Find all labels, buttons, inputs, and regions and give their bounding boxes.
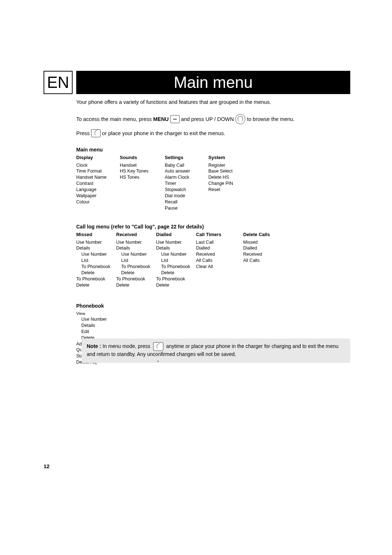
item: Delete [156,282,196,288]
item: To Phonebook [156,276,196,282]
updown-key-icon [235,114,245,124]
item: Clock [76,162,120,169]
note-lead: Note : [87,343,101,349]
text: and press UP / DOWN [181,116,234,122]
calllog-heading: Call log menu (refer to "Call log", page… [76,224,350,230]
calllog-columns: Missed Use Number Details Use Number Lis… [76,232,350,288]
item: Clear All [196,264,243,270]
note-box: Note : In menu mode, press anytime or pl… [82,339,350,363]
item: Missed [243,239,287,246]
item: To Phonebook [116,276,156,282]
item: All Calls [243,258,287,264]
item: Reset [208,187,252,193]
item: Change PIN [208,181,252,187]
col-head: Missed [76,232,116,237]
item: Use Number [76,251,116,258]
text: to browse the menu. [247,116,294,122]
calllog-col-dialled: Dialled Use Number Details Use Number Li… [156,232,196,288]
item: HS Key Tones [120,168,165,174]
col-head: Dialled [156,232,196,237]
item: Details [76,245,116,251]
col-head: Delete Calls [243,232,287,237]
text: Press [76,130,90,136]
main-menu-columns: Display Clock Time Format Handset Name C… [76,155,350,211]
col-items: Baby Call Auto answer Alarm Clock Timer … [165,162,208,211]
access-instruction: To access the main menu, press MENU and … [76,114,350,124]
calllog-col-timers: Call Timers Last Call Dialled Received A… [196,232,243,288]
page: EN Main menu Your phone offers a variety… [0,0,392,555]
item: Use Number [76,239,116,246]
item: Wallpaper [76,193,120,199]
item: Dialled [243,245,287,251]
item: List [156,258,196,264]
title-banner: Main menu [76,71,350,94]
menu-col-system: System Register Base Select Delete HS Ch… [208,155,252,211]
item: List [76,258,116,264]
language-badge: EN [44,71,73,94]
item: Dial mode [165,193,208,199]
item: Contrast [76,181,120,187]
page-title: Main menu [174,73,253,92]
phonebook-heading: Phonebook [76,303,350,309]
col-items: Handset HS Key Tones HS Tones [120,162,165,181]
item: Pause [165,205,208,211]
item: Edit [76,329,350,335]
col-head: System [208,155,252,160]
item: To Phonebook [156,264,196,270]
col-head: Display [76,155,120,160]
calllog-col-received: Received Use Number Details Use Number L… [116,232,156,288]
main-menu-heading: Main menu [76,147,350,153]
item: All Calls [196,258,243,264]
item: Use Number [116,239,156,246]
item: Use Number [116,251,156,258]
language-code: EN [47,73,69,92]
calllog-col-missed: Missed Use Number Details Use Number Lis… [76,232,116,288]
item: Delete [76,282,116,288]
item: Delete [156,270,196,276]
menu-label: MENU [153,116,169,122]
text: To access the main menu, press [76,116,152,122]
content: Your phone offers a variety of functions… [76,99,350,365]
item: Stopwatch [165,187,208,193]
hangup-key-icon [91,129,101,137]
item: Alarm Clock [165,174,208,181]
item: To Phonebook [116,264,156,270]
menu-col-sounds: Sounds Handset HS Key Tones HS Tones [120,155,165,211]
item: View [76,311,350,317]
col-head: Received [116,232,156,237]
item: Delete [76,270,116,276]
hangup-key-icon [153,342,163,351]
item: Details [116,245,156,251]
item: Received [243,251,287,258]
item: Use Number [156,251,196,258]
item: Use Number [76,316,350,323]
item: Handset [120,162,165,169]
col-head: Call Timers [196,232,243,237]
col-items: Use Number Details Use Number List To Ph… [76,239,116,288]
calllog-col-delete: Delete Calls Missed Dialled Received All… [243,232,287,288]
item: Auto answer [165,168,208,174]
item: Delete [116,270,156,276]
item: Timer [165,181,208,187]
col-items: Clock Time Format Handset Name Contrast … [76,162,120,205]
item: Delete [116,282,156,288]
item: List [116,258,156,264]
item: Details [156,245,196,251]
item: Handset Name [76,174,120,181]
header-row: EN Main menu [0,71,392,94]
col-items: Last Call Dialled Received All Calls Cle… [196,239,243,270]
exit-instruction: Press or place your phone in the charger… [76,129,350,137]
item: Delete HS [208,174,252,181]
item: Base Select [208,168,252,174]
col-items: Register Base Select Delete HS Change PI… [208,162,252,193]
item: Received [196,251,243,258]
col-head: Sounds [120,155,165,160]
item: Dialled [196,245,243,251]
item: Use Number [156,239,196,246]
col-items: Missed Dialled Received All Calls [243,239,287,264]
menu-col-settings: Settings Baby Call Auto answer Alarm Clo… [165,155,208,211]
item: Last Call [196,239,243,246]
item: Baby Call [165,162,208,169]
item: Details [76,323,350,329]
col-items: Use Number Details Use Number List To Ph… [156,239,196,288]
